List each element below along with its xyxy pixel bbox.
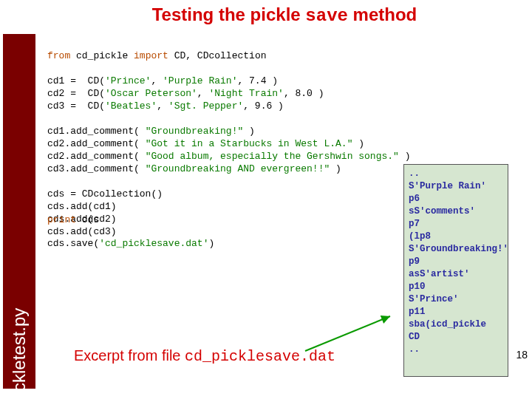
save-filename-string: 'cd_picklesave.dat' — [99, 238, 208, 249]
pickle-output-box: .. S'Purple Rain' p6 sS'comments' p7 (lp… — [403, 164, 508, 377]
code-block: from cd_pickle import CD, CDcollection c… — [47, 50, 411, 238]
save-statement: cds.save('cd_picklesave.dat') — [47, 238, 214, 249]
save-prefix: cds.save( — [47, 238, 99, 249]
print-arg: cds — [76, 214, 99, 225]
keyword-print: print — [47, 214, 76, 225]
title-method: save — [305, 6, 348, 26]
page-number: 18 — [516, 349, 528, 361]
excerpt-caption: Excerpt from file cd_picklesave.dat — [74, 347, 335, 365]
file-label-strip: cd_pickletest.py — [3, 34, 35, 389]
print-statement: print cds — [47, 214, 99, 225]
save-suffix: ) — [208, 238, 214, 249]
excerpt-prefix: Excerpt from file — [74, 347, 185, 364]
title-suffix: method — [348, 4, 417, 24]
title-prefix: Testing the pickle — [152, 4, 306, 24]
slide-title: Testing the pickle save method — [44, 4, 525, 26]
filename-label: cd_pickletest.py — [9, 308, 30, 399]
svg-line-0 — [305, 316, 390, 351]
excerpt-filename: cd_picklesave.dat — [185, 348, 335, 365]
